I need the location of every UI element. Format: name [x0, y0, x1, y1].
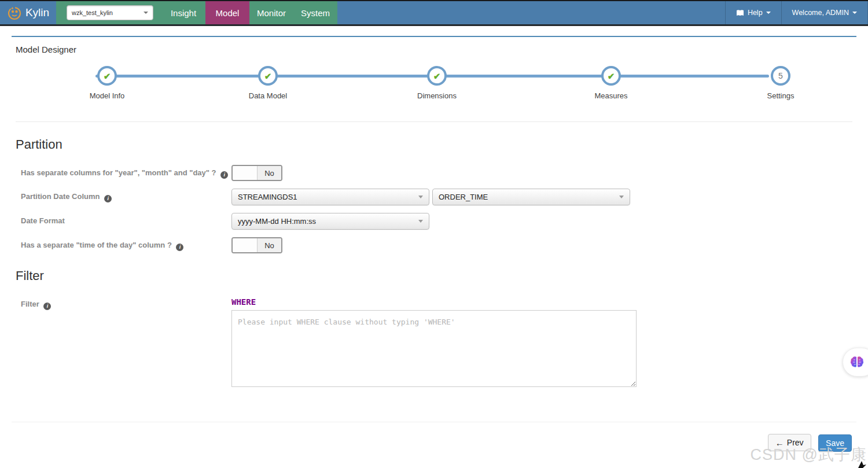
- caret-down-icon: [766, 12, 771, 14]
- partition-column-select[interactable]: ORDER_TIME: [432, 189, 630, 205]
- step-label: Model Info: [67, 91, 148, 100]
- page-footer: Apache Kylin | Apache Kylin Community: [0, 465, 868, 468]
- brain-icon: [850, 356, 864, 368]
- toggle-off-label: No: [258, 238, 281, 252]
- ymd-columns-label: Has separate columns for "year", "month"…: [21, 165, 231, 179]
- partition-date-column-row: Partition Date Column i STREAMINGDS1 ORD…: [16, 189, 852, 205]
- caret-down-icon: [144, 12, 148, 14]
- caret-down-icon: [418, 220, 423, 223]
- label-text: Has separate columns for "year", "month"…: [21, 168, 216, 177]
- project-select[interactable]: wzk_test_kylin: [67, 5, 153, 20]
- filter-section: Filter Filter i WHERE: [12, 268, 856, 389]
- label-text: Date Format: [21, 216, 65, 225]
- where-keyword: WHERE: [231, 296, 637, 307]
- info-icon[interactable]: i: [220, 171, 228, 179]
- where-clause-input[interactable]: [231, 310, 637, 387]
- caret-down-icon: [619, 196, 624, 198]
- help-menu[interactable]: Help: [725, 1, 781, 24]
- user-menu[interactable]: Welcome, ADMIN: [781, 1, 868, 24]
- step-label: Measures: [571, 91, 652, 100]
- nav-green-section: wzk_test_kylin Insight Model Monitor Sys…: [56, 1, 337, 24]
- filter-row: Filter i WHERE: [16, 296, 852, 389]
- welcome-label: Welcome, ADMIN: [792, 9, 849, 17]
- toggle-handle: [233, 166, 258, 180]
- toggle-handle: [233, 238, 258, 252]
- step-circle-done: ✔: [601, 66, 621, 86]
- partition-table-select-value: STREAMINGDS1: [238, 193, 297, 201]
- help-label: Help: [748, 9, 763, 17]
- caret-down-icon: [418, 196, 423, 198]
- step-measures[interactable]: ✔ Measures: [571, 66, 652, 100]
- toggle-off-label: No: [258, 166, 281, 180]
- nav-spacer: [337, 1, 725, 24]
- tab-model[interactable]: Model: [205, 1, 249, 24]
- caret-down-icon: [852, 12, 857, 14]
- partition-table-select[interactable]: STREAMINGDS1: [231, 189, 429, 205]
- info-icon[interactable]: i: [104, 195, 112, 202]
- time-of-day-row: Has a separate "time of the day" column …: [16, 237, 852, 253]
- filter-label: Filter i: [21, 296, 231, 310]
- model-designer-panel: Model Designer ✔ Model Info ✔ Data Model…: [12, 36, 856, 465]
- stepper-separator: [16, 121, 852, 122]
- prev-button[interactable]: ← Prev: [768, 434, 811, 451]
- time-of-day-label: Has a separate "time of the day" column …: [21, 237, 231, 251]
- check-icon: ✔: [433, 72, 441, 80]
- step-dimensions[interactable]: ✔ Dimensions: [396, 66, 477, 100]
- check-icon: ✔: [264, 72, 272, 80]
- filter-heading: Filter: [16, 268, 852, 283]
- nav-right-section: Help Welcome, ADMIN: [725, 1, 868, 24]
- step-circle-done: ✔: [97, 66, 117, 86]
- step-circle-current: 5: [771, 66, 790, 86]
- project-select-value: wzk_test_kylin: [72, 9, 113, 16]
- check-icon: ✔: [608, 72, 615, 80]
- date-format-select-value: yyyy-MM-dd HH:mm:ss: [238, 217, 316, 226]
- tab-insight[interactable]: Insight: [161, 1, 205, 24]
- ymd-columns-row: Has separate columns for "year", "month"…: [16, 165, 852, 181]
- kylin-logo-icon: [7, 5, 22, 20]
- step-number: 5: [778, 72, 783, 80]
- check-icon: ✔: [104, 72, 111, 80]
- tab-monitor[interactable]: Monitor: [249, 1, 293, 24]
- step-circle-done: ✔: [258, 66, 278, 86]
- step-data-model[interactable]: ✔ Data Model: [227, 66, 308, 100]
- info-icon[interactable]: i: [43, 303, 51, 310]
- step-label: Dimensions: [396, 91, 477, 100]
- date-format-row: Date Format yyyy-MM-dd HH:mm:ss: [16, 213, 852, 230]
- partition-heading: Partition: [16, 137, 852, 152]
- wizard-stepper: ✔ Model Info ✔ Data Model ✔ Dimensions ✔…: [12, 66, 856, 121]
- kylin-brand[interactable]: Kylin: [0, 1, 56, 24]
- arrow-left-icon: ←: [775, 438, 784, 447]
- info-icon[interactable]: i: [176, 244, 183, 251]
- label-text: Filter: [21, 300, 39, 308]
- wizard-actions: ← Prev Save: [12, 422, 856, 465]
- top-navbar: Kylin wzk_test_kylin Insight Model Monit…: [0, 0, 868, 26]
- save-button[interactable]: Save: [818, 434, 852, 452]
- date-format-select[interactable]: yyyy-MM-dd HH:mm:ss: [231, 213, 429, 230]
- brand-label: Kylin: [25, 6, 49, 19]
- assistant-fab[interactable]: [843, 348, 868, 377]
- label-text: Partition Date Column: [21, 192, 100, 201]
- date-format-label: Date Format: [21, 213, 231, 225]
- mouse-cursor-icon: [857, 460, 866, 468]
- tab-system[interactable]: System: [293, 1, 337, 24]
- help-book-icon: [736, 9, 744, 17]
- ymd-toggle[interactable]: No: [231, 165, 282, 181]
- label-text: Has a separate "time of the day" column …: [21, 241, 172, 249]
- step-circle-done: ✔: [427, 66, 447, 86]
- partition-section: Partition Has separate columns for "year…: [12, 137, 856, 253]
- prev-button-label: Prev: [787, 438, 804, 447]
- page-title: Model Designer: [12, 37, 856, 60]
- step-label: Settings: [740, 91, 821, 100]
- time-of-day-toggle[interactable]: No: [231, 237, 282, 253]
- partition-column-select-value: ORDER_TIME: [439, 193, 488, 201]
- step-label: Data Model: [227, 91, 308, 100]
- save-button-label: Save: [826, 438, 844, 448]
- step-model-info[interactable]: ✔ Model Info: [67, 66, 148, 100]
- step-settings[interactable]: 5 Settings: [740, 66, 821, 100]
- partition-date-column-label: Partition Date Column i: [21, 189, 231, 202]
